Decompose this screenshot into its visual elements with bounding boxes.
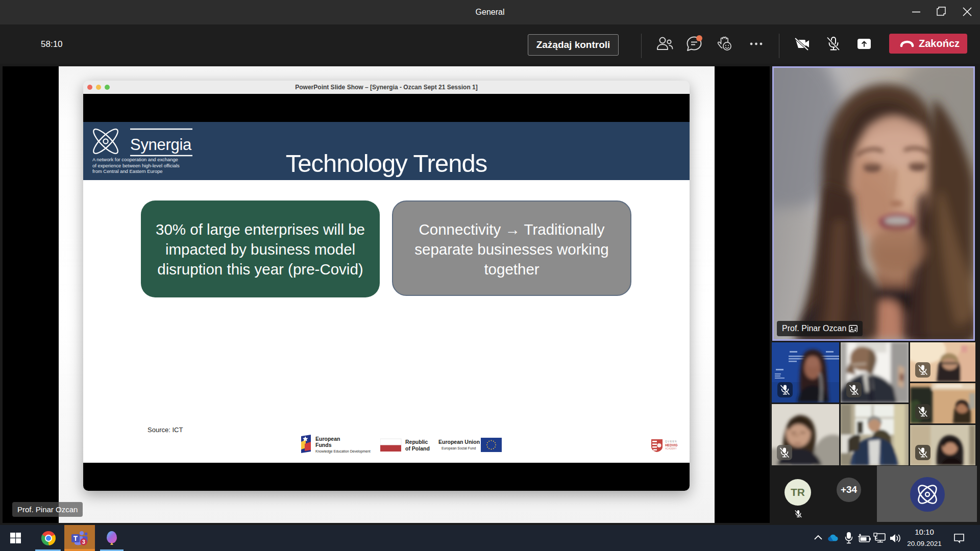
svg-text:QUEEN: QUEEN — [665, 440, 677, 443]
svg-text:Knowledge Education Developmen: Knowledge Education Development — [315, 449, 371, 454]
svg-text:Synergia: Synergia — [130, 136, 192, 154]
svg-text:ACADEMY: ACADEMY — [665, 447, 677, 450]
svg-text:from Central and Eastern Europ: from Central and Eastern Europe — [92, 168, 163, 174]
svg-text:A network for cooperation and: A network for cooperation and exchange — [92, 157, 178, 162]
svg-text:European: European — [315, 436, 340, 442]
svg-text:HEDVIG: HEDVIG — [665, 443, 678, 447]
svg-text:European Social Fund: European Social Fund — [442, 446, 476, 450]
svg-text:Republic: Republic — [405, 439, 428, 445]
svg-text:European Union: European Union — [438, 439, 480, 445]
svg-text:Funds: Funds — [315, 442, 332, 448]
svg-text:of experience between high-lev: of experience between high-level officia… — [92, 163, 180, 168]
svg-text:3: 3 — [82, 539, 85, 545]
svg-text:of Poland: of Poland — [405, 445, 430, 452]
